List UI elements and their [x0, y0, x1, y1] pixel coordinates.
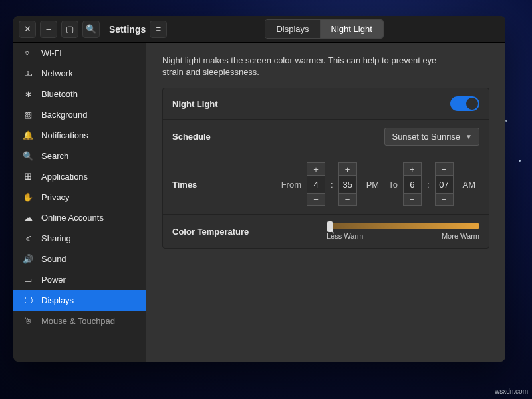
sidebar-item-label: Network [41, 68, 73, 78]
sidebar-item-label: Applications [41, 172, 88, 182]
cursor-icon: ↖ [329, 227, 335, 236]
color-temperature-row: Color Temperature ↖ Less Warm More Warm [163, 215, 489, 248]
schedule-row: Schedule Sunset to Sunrise ▼ [163, 120, 489, 154]
settings-window: ✕ – ▢ 🔍 Settings ≡ Displays Night Light … [13, 16, 505, 362]
times-label: Times [172, 180, 197, 190]
tab-displays[interactable]: Displays [265, 20, 320, 38]
header-tabs: Displays Night Light [265, 19, 383, 39]
displays-icon: 🖵 [23, 295, 33, 305]
sidebar-item-label: Wi-Fi [41, 48, 61, 58]
sidebar-item-label: Online Accounts [41, 213, 104, 223]
from-ampm[interactable]: PM [362, 180, 384, 190]
minimize-icon[interactable]: – [40, 21, 57, 38]
time-colon: : [427, 180, 430, 190]
sidebar-item-sharing[interactable]: ⪪Sharing [13, 228, 146, 249]
sidebar-item-label: Background [41, 110, 87, 120]
time-colon: : [331, 180, 333, 190]
sidebar-item-notifications[interactable]: 🔔Notifications [13, 125, 146, 146]
to-hour-value: 6 [403, 176, 422, 193]
sidebar-item-label: Privacy [41, 192, 70, 202]
night-light-toggle[interactable] [450, 96, 479, 111]
maximize-icon[interactable]: ▢ [61, 21, 78, 38]
applications-icon: 𐌎 [23, 172, 33, 182]
sidebar-item-wifi[interactable]: ᯤWi-Fi [13, 43, 146, 63]
sidebar-item-label: Displays [41, 295, 74, 305]
sidebar-item-label: Sound [41, 254, 66, 264]
content-pane: Night light makes the screen color warme… [146, 43, 505, 362]
search-icon: 🔍 [23, 151, 33, 161]
schedule-label: Schedule [172, 132, 211, 142]
privacy-icon: ✋ [23, 192, 33, 202]
sidebar-item-sound[interactable]: 🔊Sound [13, 249, 146, 269]
from-minute-value: 35 [338, 176, 357, 193]
notifications-icon: 🔔 [23, 130, 33, 140]
to-minute-plus[interactable]: + [435, 162, 454, 176]
sidebar-item-applications[interactable]: 𐌎Applications [13, 166, 146, 187]
sidebar-item-label: Notifications [41, 130, 88, 140]
from-minute-stepper: + 35 − [338, 162, 357, 206]
to-ampm[interactable]: AM [459, 180, 480, 190]
sidebar-item-label: Search [41, 151, 68, 161]
times-row: Times From + 4 − : + 35 − [163, 154, 489, 215]
to-hour-plus[interactable]: + [403, 162, 422, 176]
close-icon[interactable]: ✕ [19, 21, 36, 38]
mouse-icon: 🖰 [23, 316, 33, 326]
sidebar: ᯤWi-Fi 🖧Network ∗Bluetooth ▨Background 🔔… [13, 43, 146, 362]
search-button[interactable]: 🔍 [82, 21, 100, 38]
from-minute-plus[interactable]: + [338, 162, 357, 176]
background-icon: ▨ [23, 110, 33, 120]
settings-panel: Night Light Schedule Sunset to Sunrise ▼… [162, 88, 489, 249]
to-hour-minus[interactable]: − [403, 193, 422, 206]
titlebar: ✕ – ▢ 🔍 Settings ≡ Displays Night Light [13, 16, 505, 43]
schedule-selected: Sunset to Sunrise [392, 132, 460, 142]
to-minute-stepper: + 07 − [435, 162, 454, 206]
from-hour-value: 4 [307, 176, 325, 193]
app-title: Settings [109, 24, 146, 35]
sidebar-item-label: Bluetooth [41, 89, 78, 99]
sidebar-item-online-accounts[interactable]: ☁Online Accounts [13, 207, 146, 228]
network-icon: 🖧 [23, 68, 33, 78]
wifi-icon: ᯤ [23, 48, 33, 58]
sharing-icon: ⪪ [23, 233, 33, 243]
online-accounts-icon: ☁ [23, 213, 33, 223]
watermark: wsxdn.com [495, 388, 528, 395]
from-hour-stepper: + 4 − [307, 162, 325, 206]
sidebar-item-displays[interactable]: 🖵Displays [13, 290, 146, 311]
chevron-down-icon: ▼ [466, 133, 472, 140]
sidebar-item-network[interactable]: 🖧Network [13, 63, 146, 84]
sidebar-item-label: Sharing [41, 233, 71, 243]
power-icon: ▭ [23, 275, 33, 285]
sidebar-item-label: Mouse & Touchpad [41, 316, 115, 326]
sidebar-item-search[interactable]: 🔍Search [13, 146, 146, 166]
sidebar-item-bluetooth[interactable]: ∗Bluetooth [13, 84, 146, 104]
to-label: To [388, 180, 398, 190]
slider-max-label: More Warm [442, 232, 479, 240]
bluetooth-icon: ∗ [23, 89, 33, 99]
tab-night-light[interactable]: Night Light [321, 20, 383, 38]
from-hour-plus[interactable]: + [307, 162, 325, 176]
from-label: From [281, 180, 301, 190]
sound-icon: 🔊 [23, 254, 33, 264]
night-light-label: Night Light [172, 99, 218, 109]
sidebar-item-background[interactable]: ▨Background [13, 104, 146, 125]
to-minute-value: 07 [435, 176, 454, 193]
night-light-description: Night light makes the screen color warme… [162, 55, 455, 78]
sidebar-item-power[interactable]: ▭Power [13, 269, 146, 290]
to-minute-minus[interactable]: − [435, 193, 454, 206]
from-minute-minus[interactable]: − [338, 193, 357, 206]
night-light-row: Night Light [163, 88, 489, 120]
to-hour-stepper: + 6 − [403, 162, 422, 206]
menu-button[interactable]: ≡ [150, 21, 167, 38]
color-temperature-label: Color Temperature [172, 227, 249, 237]
schedule-dropdown[interactable]: Sunset to Sunrise ▼ [384, 128, 479, 146]
sidebar-item-label: Power [41, 275, 66, 285]
color-temperature-slider[interactable]: ↖ [327, 223, 479, 229]
sidebar-item-privacy[interactable]: ✋Privacy [13, 187, 146, 207]
from-hour-minus[interactable]: − [307, 193, 325, 206]
sidebar-item-mouse-touchpad[interactable]: 🖰Mouse & Touchpad [13, 311, 146, 331]
